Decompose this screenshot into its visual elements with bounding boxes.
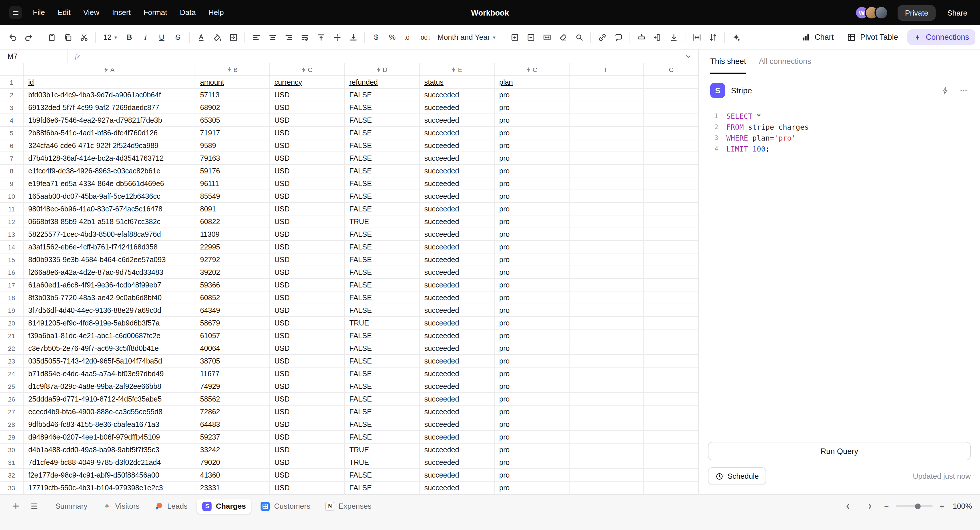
cell[interactable]: pro bbox=[495, 355, 570, 368]
cell[interactable]: d948946e-0207-4ee1-b06f-979dffb45109 bbox=[24, 431, 196, 444]
font-size-select[interactable]: 12▾ bbox=[99, 29, 121, 45]
cell[interactable]: pro bbox=[495, 127, 570, 140]
cell[interactable]: 38705 bbox=[196, 355, 270, 368]
cell[interactable] bbox=[644, 431, 698, 444]
column-header-7[interactable]: G bbox=[644, 63, 698, 75]
sheet-tab-visitors[interactable]: Visitors bbox=[97, 499, 145, 513]
menu-format[interactable]: Format bbox=[137, 0, 173, 25]
cell[interactable]: USD bbox=[270, 368, 345, 380]
cell[interactable]: pro bbox=[495, 368, 570, 380]
row-number[interactable]: 24 bbox=[0, 368, 24, 380]
row-number[interactable]: 18 bbox=[0, 292, 24, 304]
cell[interactable]: pro bbox=[495, 152, 570, 165]
cell[interactable]: USD bbox=[270, 127, 345, 140]
cell[interactable] bbox=[644, 114, 698, 127]
merge-cells-icon[interactable] bbox=[539, 29, 555, 45]
menu-data[interactable]: Data bbox=[173, 0, 202, 25]
fill-color-icon[interactable] bbox=[209, 29, 225, 45]
cell[interactable]: 22995 bbox=[196, 241, 270, 254]
query-editor[interactable]: 1SELECT *2FROM stripe_charges3WHERE plan… bbox=[699, 104, 980, 161]
cell[interactable]: 25ddda59-d771-4910-8712-f4d5fc35abe5 bbox=[24, 393, 196, 406]
percent-format-icon[interactable]: % bbox=[385, 29, 400, 45]
row-number[interactable]: 2 bbox=[0, 89, 24, 102]
cell[interactable]: 17719cfb-550c-4b31-b104-979398e1e2c3 bbox=[24, 482, 196, 494]
cell[interactable]: FALSE bbox=[345, 152, 420, 165]
sheet-tab-summary[interactable]: Summary bbox=[49, 499, 93, 513]
sheet-list-icon[interactable] bbox=[27, 498, 41, 514]
cell[interactable]: 8d0b9335-9e3b-4584-b464-c6d2ee57a093 bbox=[24, 254, 196, 266]
cell[interactable] bbox=[644, 342, 698, 355]
cell[interactable]: pro bbox=[495, 431, 570, 444]
cell[interactable]: FALSE bbox=[345, 127, 420, 140]
cell[interactable]: pro bbox=[495, 469, 570, 482]
cell[interactable]: pro bbox=[495, 216, 570, 228]
currency-format-icon[interactable]: $ bbox=[368, 29, 384, 45]
column-header-0[interactable]: A bbox=[24, 63, 196, 75]
cell[interactable]: FALSE bbox=[345, 355, 420, 368]
cell[interactable] bbox=[644, 418, 698, 431]
cell[interactable]: 58225577-1cec-4bd3-8500-efaf88ca976d bbox=[24, 228, 196, 241]
cell[interactable]: 64349 bbox=[196, 304, 270, 317]
cell[interactable]: FALSE bbox=[345, 368, 420, 380]
comment-icon[interactable] bbox=[611, 29, 626, 45]
cell[interactable] bbox=[570, 114, 644, 127]
cell[interactable]: succeeded bbox=[420, 279, 495, 292]
cell[interactable]: 92792 bbox=[196, 254, 270, 266]
cell[interactable]: succeeded bbox=[420, 444, 495, 456]
cell[interactable]: USD bbox=[270, 342, 345, 355]
cell[interactable]: FALSE bbox=[345, 140, 420, 152]
cell[interactable]: USD bbox=[270, 456, 345, 469]
cell[interactable]: pro bbox=[495, 190, 570, 203]
cell[interactable]: USD bbox=[270, 482, 345, 494]
cell[interactable]: 74929 bbox=[196, 380, 270, 393]
menu-insert[interactable]: Insert bbox=[106, 0, 137, 25]
cell[interactable]: USD bbox=[270, 355, 345, 368]
copy-icon[interactable] bbox=[60, 29, 76, 45]
cell[interactable]: pro bbox=[495, 317, 570, 330]
cell[interactable]: USD bbox=[270, 304, 345, 317]
column-header-6[interactable]: F bbox=[570, 63, 644, 75]
cell[interactable] bbox=[644, 355, 698, 368]
decrease-decimal-icon[interactable]: .0↑ bbox=[401, 29, 416, 45]
cell[interactable]: 58679 bbox=[196, 317, 270, 330]
cell[interactable]: succeeded bbox=[420, 418, 495, 431]
cell[interactable] bbox=[570, 418, 644, 431]
sheet-tab-expenses[interactable]: NExpenses bbox=[320, 498, 377, 514]
connection-row[interactable]: S Stripe bbox=[699, 74, 980, 104]
cell[interactable]: 11677 bbox=[196, 368, 270, 380]
cell[interactable]: pro bbox=[495, 279, 570, 292]
row-number[interactable]: 26 bbox=[0, 393, 24, 406]
cell[interactable]: USD bbox=[270, 102, 345, 114]
menu-view[interactable]: View bbox=[77, 0, 106, 25]
cell[interactable] bbox=[644, 456, 698, 469]
cell[interactable] bbox=[570, 178, 644, 190]
cell[interactable]: 59176 bbox=[196, 165, 270, 178]
cell[interactable]: FALSE bbox=[345, 342, 420, 355]
cell[interactable] bbox=[570, 140, 644, 152]
cell[interactable]: f266a8e6-a42a-4d2e-87ac-9d754cd33483 bbox=[24, 266, 196, 279]
cell[interactable]: pro bbox=[495, 406, 570, 418]
cell[interactable]: succeeded bbox=[420, 355, 495, 368]
cell[interactable]: 39202 bbox=[196, 266, 270, 279]
cell[interactable]: USD bbox=[270, 317, 345, 330]
column-header-2[interactable]: C bbox=[270, 63, 345, 75]
cell[interactable]: pro bbox=[495, 418, 570, 431]
cell[interactable]: TRUE bbox=[345, 456, 420, 469]
row-number[interactable]: 32 bbox=[0, 469, 24, 482]
cell[interactable] bbox=[570, 304, 644, 317]
cell[interactable]: USD bbox=[270, 241, 345, 254]
cell[interactable]: USD bbox=[270, 469, 345, 482]
cell[interactable]: FALSE bbox=[345, 254, 420, 266]
cell[interactable] bbox=[570, 102, 644, 114]
row-number[interactable]: 25 bbox=[0, 380, 24, 393]
row-number[interactable]: 30 bbox=[0, 444, 24, 456]
cell[interactable] bbox=[570, 279, 644, 292]
cell[interactable]: USD bbox=[270, 216, 345, 228]
number-format-select[interactable]: Month and Year▾ bbox=[434, 29, 500, 45]
vertical-align-bottom-icon[interactable] bbox=[345, 29, 361, 45]
cell[interactable]: plan bbox=[495, 76, 570, 89]
menu-file[interactable]: File bbox=[27, 0, 51, 25]
cell[interactable] bbox=[570, 456, 644, 469]
cell[interactable]: d7b4b128-36af-414e-bc2a-4d3541763712 bbox=[24, 152, 196, 165]
cell[interactable]: succeeded bbox=[420, 228, 495, 241]
